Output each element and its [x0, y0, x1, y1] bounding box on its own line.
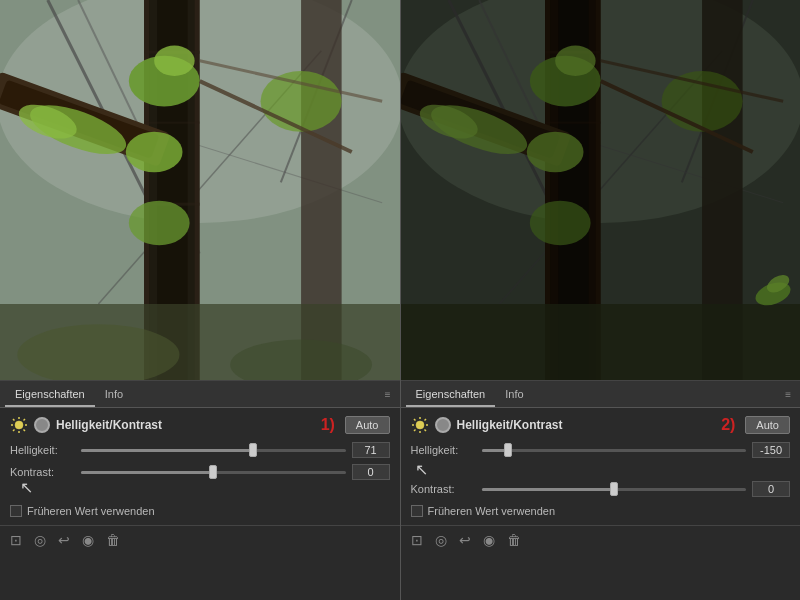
right-kontrast-row: Kontrast: [411, 481, 791, 497]
left-helligkeit-label: Helligkeit: [10, 444, 75, 456]
right-forest-image [401, 0, 801, 380]
svg-line-35 [24, 430, 26, 432]
left-step-number: 1) [321, 416, 335, 434]
main-container: Eigenschaften Info ≡ [0, 0, 800, 600]
svg-line-71 [414, 419, 416, 421]
left-toolbar-icon-undo[interactable]: ↩ [56, 530, 72, 550]
right-panel: Eigenschaften Info ≡ [401, 0, 801, 600]
left-properties-panel: Eigenschaften Info ≡ [0, 380, 400, 600]
left-toolbar-icon-trash[interactable]: 🗑 [104, 530, 122, 550]
right-kontrast-label: Kontrast: [411, 483, 476, 495]
right-toolbar-icon-eye2[interactable]: ◉ [481, 530, 497, 550]
svg-point-66 [416, 421, 424, 429]
svg-point-17 [126, 132, 183, 173]
right-kontrast-value[interactable] [752, 481, 790, 497]
right-toolbar-icon-trash[interactable]: 🗑 [505, 530, 523, 550]
left-checkbox-row: Früheren Wert verwenden [10, 505, 390, 517]
right-properties-panel: Eigenschaften Info ≡ [401, 380, 801, 600]
left-panel-menu-icon[interactable]: ≡ [381, 387, 395, 402]
right-panel-tabs: Eigenschaften Info ≡ [401, 381, 801, 408]
svg-point-19 [129, 201, 190, 246]
svg-rect-12 [144, 122, 200, 124]
right-checkbox-row: Früheren Wert verwenden [411, 505, 791, 517]
left-brightness-icon [10, 416, 28, 434]
left-layer-header: Helligkeit/Kontrast 1) Auto [10, 416, 390, 434]
right-auto-button[interactable]: Auto [745, 416, 790, 434]
svg-line-72 [424, 430, 426, 432]
left-panel-content: Helligkeit/Kontrast 1) Auto Helligkeit: [0, 408, 400, 525]
left-toolbar-icon-eye[interactable]: ◎ [32, 530, 48, 550]
svg-rect-50 [545, 122, 601, 124]
left-auto-button[interactable]: Auto [345, 416, 390, 434]
right-bottom-toolbar: ⊡ ◎ ↩ ◉ 🗑 [401, 525, 801, 554]
left-helligkeit-value[interactable] [352, 442, 390, 458]
left-panel: Eigenschaften Info ≡ [0, 0, 400, 600]
left-panel-tabs: Eigenschaften Info ≡ [0, 381, 400, 408]
left-tab-eigenschaften[interactable]: Eigenschaften [5, 383, 95, 407]
right-toolbar-icon-undo[interactable]: ↩ [457, 530, 473, 550]
right-tab-eigenschaften[interactable]: Eigenschaften [406, 383, 496, 407]
left-kontrast-label: Kontrast: [10, 466, 75, 478]
right-panel-menu-icon[interactable]: ≡ [781, 387, 795, 402]
left-bottom-toolbar: ⊡ ◎ ↩ ◉ 🗑 [0, 525, 400, 554]
right-toolbar-icon-eye[interactable]: ◎ [433, 530, 449, 550]
right-helligkeit-label: Helligkeit: [411, 444, 476, 456]
right-photo-area [401, 0, 801, 380]
left-toolbar-icon-frame[interactable]: ⊡ [8, 530, 24, 550]
svg-point-56 [529, 201, 590, 246]
right-helligkeit-value[interactable] [752, 442, 790, 458]
right-layer-header: Helligkeit/Kontrast 2) Auto [411, 416, 791, 434]
right-toolbar-icon-frame[interactable]: ⊡ [409, 530, 425, 550]
left-checkbox-label: Früheren Wert verwenden [27, 505, 155, 517]
right-helligkeit-row: Helligkeit: [411, 442, 791, 458]
left-photo-area [0, 0, 400, 380]
right-checkbox-label: Früheren Wert verwenden [428, 505, 556, 517]
left-toolbar-icon-eye2[interactable]: ◉ [80, 530, 96, 550]
svg-line-73 [424, 419, 426, 421]
left-helligkeit-row: Helligkeit: [10, 442, 390, 458]
left-forest-image [0, 0, 400, 380]
right-layer-title: Helligkeit/Kontrast [457, 418, 716, 432]
right-helligkeit-slider[interactable] [482, 442, 747, 458]
right-cursor-indicator: ↖ [415, 461, 428, 478]
left-cursor-indicator: ↖ [20, 479, 33, 496]
left-tab-info[interactable]: Info [95, 383, 133, 407]
svg-line-74 [414, 430, 416, 432]
svg-point-60 [661, 71, 742, 132]
left-checkbox[interactable] [10, 505, 22, 517]
left-layer-title: Helligkeit/Kontrast [56, 418, 315, 432]
svg-point-23 [261, 71, 342, 132]
svg-line-37 [13, 430, 15, 432]
right-step-number: 2) [721, 416, 735, 434]
right-visibility-toggle[interactable] [435, 417, 451, 433]
right-panel-content: Helligkeit/Kontrast 2) Auto Helligkeit: [401, 408, 801, 525]
svg-rect-63 [401, 304, 801, 380]
svg-point-18 [154, 46, 195, 76]
svg-point-55 [555, 46, 596, 76]
right-checkbox[interactable] [411, 505, 423, 517]
left-visibility-toggle[interactable] [34, 417, 50, 433]
left-helligkeit-slider[interactable] [81, 442, 346, 458]
right-brightness-icon [411, 416, 429, 434]
svg-point-54 [526, 132, 583, 173]
svg-point-29 [15, 421, 23, 429]
right-tab-info[interactable]: Info [495, 383, 533, 407]
svg-line-34 [13, 419, 15, 421]
right-kontrast-slider[interactable] [482, 481, 747, 497]
svg-line-36 [24, 419, 26, 421]
